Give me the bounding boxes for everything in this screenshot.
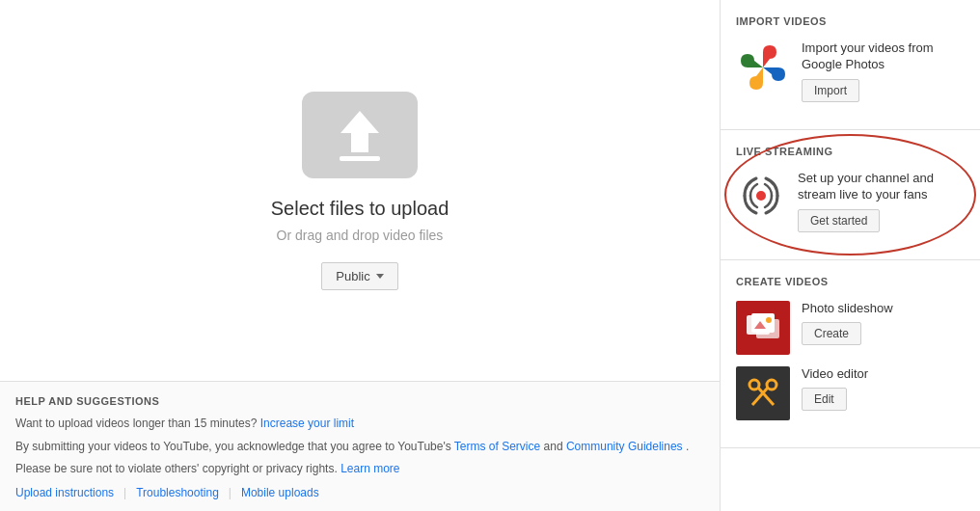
upload-title: Select files to upload <box>271 198 449 220</box>
video-editor-title: Video editor <box>802 366 965 383</box>
video-editor-item: Video editor Edit <box>736 366 965 420</box>
help-line2-after: . <box>686 440 689 453</box>
import-button[interactable]: Import <box>802 79 859 102</box>
svg-rect-5 <box>751 313 775 333</box>
learn-more-link[interactable]: Learn more <box>340 462 399 475</box>
photo-slideshow-icon <box>736 301 790 355</box>
help-line1: Want to upload videos longer than 15 min… <box>15 415 704 433</box>
svg-point-2 <box>756 191 766 201</box>
edit-button[interactable]: Edit <box>802 388 847 411</box>
import-item-title: Import your videos from Google Photos <box>802 40 965 73</box>
help-line3-before: Please be sure not to violate others' co… <box>15 462 338 475</box>
tos-link[interactable]: Terms of Service <box>454 440 540 453</box>
mobile-uploads-link[interactable]: Mobile uploads <box>241 486 319 499</box>
troubleshooting-link[interactable]: Troubleshooting <box>136 486 219 499</box>
import-section: IMPORT VIDEOS Impor <box>721 0 980 130</box>
upload-icon <box>302 92 418 178</box>
create-section-title: CREATE VIDEOS <box>736 276 965 287</box>
upload-arrow-icon <box>326 106 394 164</box>
help-line2: By submitting your videos to YouTube, yo… <box>15 438 704 456</box>
community-link[interactable]: Community Guidelines <box>566 440 683 453</box>
create-button[interactable]: Create <box>802 322 861 345</box>
help-title: HELP AND SUGGESTIONS <box>15 395 704 407</box>
help-line2-before: By submitting your videos to YouTube, yo… <box>15 440 451 453</box>
help-line2-middle: and <box>544 440 566 453</box>
separator2: | <box>229 486 231 499</box>
svg-point-7 <box>766 317 772 323</box>
svg-rect-1 <box>340 156 380 161</box>
increase-limit-link[interactable]: Increase your limit <box>260 417 354 430</box>
help-links: Upload instructions | Troubleshooting | … <box>15 486 704 499</box>
photo-slideshow-content: Photo slideshow Create <box>802 301 965 346</box>
live-item-title: Set up your channel and stream live to y… <box>798 171 965 203</box>
pinwheel-icon <box>736 40 790 94</box>
separator1: | <box>123 486 126 499</box>
upload-subtitle: Or drag and drop video files <box>277 228 444 243</box>
video-editor-content: Video editor Edit <box>802 366 965 412</box>
get-started-button[interactable]: Get started <box>798 209 880 232</box>
live-item: Set up your channel and stream live to y… <box>736 171 965 232</box>
live-section-title: LIVE STREAMING <box>736 146 965 157</box>
help-line3: Please be sure not to violate others' co… <box>15 460 704 478</box>
visibility-label: Public <box>336 269 369 283</box>
import-item: Import your videos from Google Photos Im… <box>736 40 965 102</box>
visibility-button[interactable]: Public <box>321 262 397 290</box>
sidebar: IMPORT VIDEOS Impor <box>720 0 980 511</box>
help-line1-before: Want to upload videos longer than 15 min… <box>15 417 257 430</box>
svg-marker-0 <box>340 111 379 152</box>
chevron-down-icon <box>376 274 384 279</box>
live-item-content: Set up your channel and stream live to y… <box>798 171 965 232</box>
help-section: HELP AND SUGGESTIONS Want to upload vide… <box>0 381 720 511</box>
live-streaming-icon <box>736 171 786 221</box>
import-item-content: Import your videos from Google Photos Im… <box>802 40 965 102</box>
import-section-title: IMPORT VIDEOS <box>736 15 965 27</box>
create-section: CREATE VIDEOS <box>721 260 980 448</box>
video-editor-icon <box>736 366 790 420</box>
photo-slideshow-item: Photo slideshow Create <box>736 301 965 355</box>
photo-slideshow-title: Photo slideshow <box>802 301 965 317</box>
live-streaming-section: LIVE STREAMING <box>721 130 980 260</box>
upload-area[interactable]: Select files to upload Or drag and drop … <box>0 0 720 381</box>
upload-instructions-link[interactable]: Upload instructions <box>15 486 114 499</box>
